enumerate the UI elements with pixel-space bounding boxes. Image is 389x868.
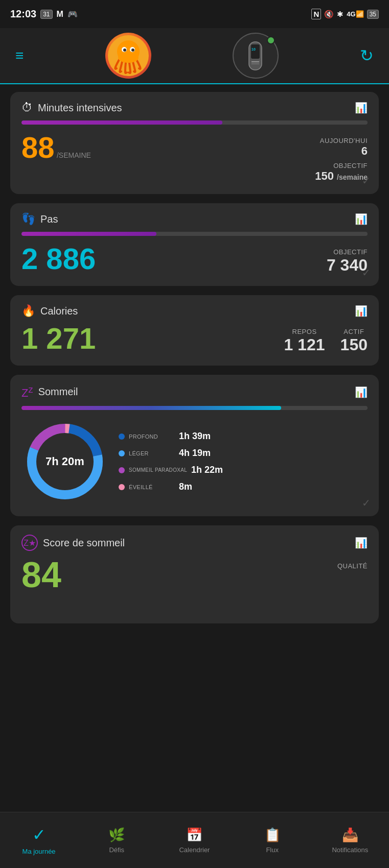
card-header-steps: 👣 Pas 📊	[21, 212, 368, 226]
minutes-big-value-container: 88 /SEMAINE	[21, 133, 91, 162]
avatar-octopus	[108, 35, 149, 76]
steps-progress-container	[21, 232, 368, 236]
card-header-sleep: Zz Sommeil 📊	[21, 384, 368, 400]
sleep-checkmark: ✓	[362, 497, 371, 509]
steps-icon: 👣	[21, 212, 35, 226]
status-icon-calendar: 31	[40, 10, 52, 19]
status-icon-twitch: 🎮	[67, 9, 78, 19]
steps-goal-label: OBJECTIF	[327, 248, 368, 256]
eveille-label: ÉVEILLÉ	[129, 484, 175, 490]
sleep-score-title: Score de sommeil	[43, 537, 125, 549]
flux-label: Flux	[266, 846, 279, 854]
status-bar: 12:03 31 M 🎮 N 🔇 ✱ 4G📶 35	[0, 0, 389, 28]
minutes-checkmark: ✓	[362, 175, 371, 187]
paradoxal-dot	[119, 467, 125, 473]
notifications-icon: 📥	[342, 827, 358, 843]
avatar[interactable]	[105, 33, 151, 79]
calories-repos: REPOS 1 121	[284, 328, 325, 354]
flame-icon: 🔥	[21, 304, 35, 318]
calories-actif: ACTIF 150	[340, 328, 368, 354]
status-battery: 35	[367, 10, 379, 19]
legend-profond: PROFOND 1h 39m	[119, 431, 223, 442]
card-header-score: Z★ Score de sommeil 📊	[21, 535, 368, 551]
minutes-goal-value: 150 /semaine	[315, 170, 368, 183]
status-time: 12:03	[10, 8, 36, 20]
calories-title: Calories	[40, 305, 78, 317]
journee-label: Ma journée	[22, 848, 56, 855]
sleep-icon: Zz	[21, 384, 33, 400]
leger-dot	[119, 450, 125, 456]
sleep-progress-container	[21, 406, 368, 410]
score-content: 84 QUALITÉ	[21, 557, 368, 593]
actif-value: 150	[340, 335, 368, 354]
calendrier-icon: 📅	[186, 827, 202, 843]
cards-container: ⏱ Minutes intensives 📊 88 /SEMAINE AUJOU…	[0, 84, 389, 631]
status-icon-m: M	[57, 10, 63, 19]
chart-icon-minutes: 📊	[355, 102, 368, 114]
steps-progress-bar	[21, 232, 156, 236]
sleep-score-value: 84	[21, 557, 61, 593]
minutes-progress-bar	[21, 120, 222, 125]
minutes-goal: OBJECTIF 150 /semaine	[315, 162, 368, 183]
nav-calendrier[interactable]: 📅 Calendrier	[164, 827, 225, 854]
nav-notifications[interactable]: 📥 Notifications	[319, 827, 381, 854]
menu-icon[interactable]: ≡	[15, 47, 24, 64]
calories-card[interactable]: 🔥 Calories 📊 1 271 REPOS 1 121 ACTIF 150	[10, 295, 379, 366]
profond-label: PROFOND	[129, 433, 175, 440]
leger-value: 4h 19m	[179, 448, 211, 459]
chart-icon-calories: 📊	[355, 305, 368, 317]
chart-icon-steps: 📊	[355, 213, 368, 225]
status-signal-icon: 4G📶	[347, 10, 363, 18]
nav-flux[interactable]: 📋 Flux	[242, 827, 303, 854]
minutes-progress-container	[21, 120, 368, 125]
calories-title-row: 🔥 Calories	[21, 304, 78, 318]
svg-point-6	[118, 53, 139, 63]
eveille-value: 8m	[179, 481, 192, 492]
sleep-donut: 7h 20m	[21, 418, 108, 505]
svg-text:10: 10	[251, 47, 256, 51]
sleep-card[interactable]: Zz Sommeil 📊	[10, 375, 379, 516]
timer-icon: ⏱	[21, 101, 33, 114]
device-widget[interactable]: 10	[233, 33, 279, 79]
chart-icon-score: 📊	[355, 537, 368, 549]
svg-point-5	[131, 49, 134, 52]
legend-paradoxal: SOMMEIL PARADOXAL 1h 22m	[119, 465, 223, 475]
notifications-label: Notifications	[332, 846, 368, 854]
sleep-score-card[interactable]: Z★ Score de sommeil 📊 84 QUALITÉ	[10, 525, 379, 623]
nav-defis[interactable]: 🌿 Défis	[86, 827, 147, 854]
nav-ma-journee[interactable]: ✓ Ma journée	[8, 825, 70, 855]
sleep-total-time: 7h 20m	[45, 455, 84, 468]
minutes-title: Minutes intensives	[38, 102, 122, 114]
minutes-goal-label: OBJECTIF	[315, 162, 368, 170]
legend-leger: LÉGER 4h 19m	[119, 448, 223, 459]
refresh-button[interactable]: ↻	[360, 46, 374, 65]
steps-card[interactable]: 👣 Pas 📊 2 886 OBJECTIF 7 340 ✓	[10, 203, 379, 286]
fitness-tracker-icon: 10	[244, 39, 267, 73]
steps-title-row: 👣 Pas	[21, 212, 58, 226]
today-value: 6	[315, 144, 368, 158]
intensive-minutes-card[interactable]: ⏱ Minutes intensives 📊 88 /SEMAINE AUJOU…	[10, 92, 379, 194]
paradoxal-label: SOMMEIL PARADOXAL	[129, 467, 187, 473]
sleep-title: Sommeil	[38, 386, 78, 398]
sleep-legend: PROFOND 1h 39m LÉGER 4h 19m SOMMEIL PARA…	[119, 431, 223, 492]
chart-icon-sleep: 📊	[355, 386, 368, 398]
sleep-title-row: Zz Sommeil	[21, 384, 78, 400]
steps-content: 2 886 OBJECTIF 7 340	[21, 244, 368, 275]
quality-label: QUALITÉ	[337, 562, 368, 570]
calories-big-value: 1 271	[21, 324, 96, 353]
repos-label: REPOS	[284, 328, 325, 335]
device-connected-dot	[267, 36, 275, 44]
steps-goal-value: 7 340	[327, 256, 368, 275]
steps-right: OBJECTIF 7 340	[327, 244, 368, 275]
calories-right: REPOS 1 121 ACTIF 150	[284, 324, 368, 354]
status-nfc-icon: N	[311, 9, 321, 19]
sleep-progress-bar	[21, 406, 281, 410]
score-title-row: Z★ Score de sommeil	[21, 535, 125, 551]
card-title-row: ⏱ Minutes intensives	[21, 101, 122, 114]
status-right-icons: N 🔇 ✱ 4G📶 35	[311, 9, 379, 19]
defis-icon: 🌿	[108, 827, 125, 843]
sleep-content: 7h 20m PROFOND 1h 39m LÉGER 4h 19m SOMME…	[21, 418, 368, 505]
calendrier-label: Calendrier	[179, 846, 210, 854]
minutes-big-value: 88	[21, 131, 55, 164]
actif-label: ACTIF	[340, 328, 368, 335]
